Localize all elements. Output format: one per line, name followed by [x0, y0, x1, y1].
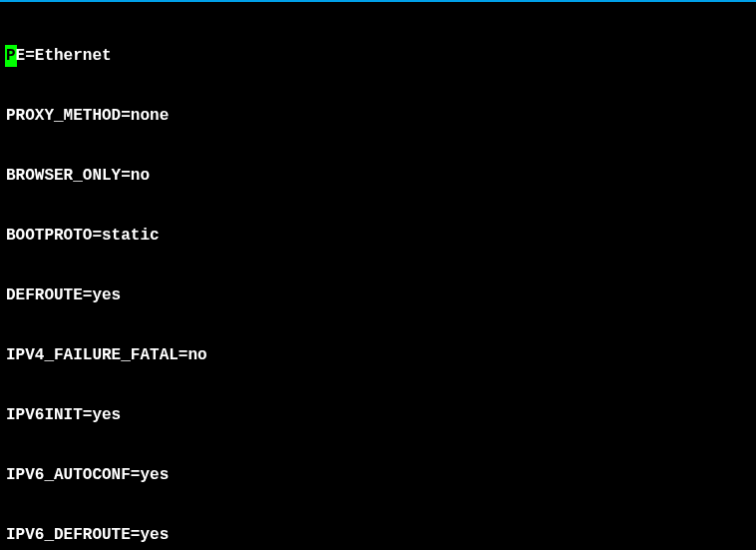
config-line: BROWSER_ONLY=no: [6, 166, 750, 186]
terminal-editor[interactable]: PE=Ethernet PROXY_METHOD=none BROWSER_ON…: [0, 2, 756, 550]
config-line: PE=Ethernet: [6, 46, 750, 66]
config-line: PROXY_METHOD=none: [6, 106, 750, 126]
config-line: BOOTPROTO=static: [6, 226, 750, 246]
config-line: IPV6INIT=yes: [6, 405, 750, 425]
config-line: IPV6_AUTOCONF=yes: [6, 465, 750, 485]
line-text: E=Ethernet: [16, 47, 112, 65]
config-line: DEFROUTE=yes: [6, 285, 750, 305]
config-line: IPV4_FAILURE_FATAL=no: [6, 345, 750, 365]
cursor: P: [6, 46, 16, 66]
config-line: IPV6_DEFROUTE=yes: [6, 525, 750, 545]
